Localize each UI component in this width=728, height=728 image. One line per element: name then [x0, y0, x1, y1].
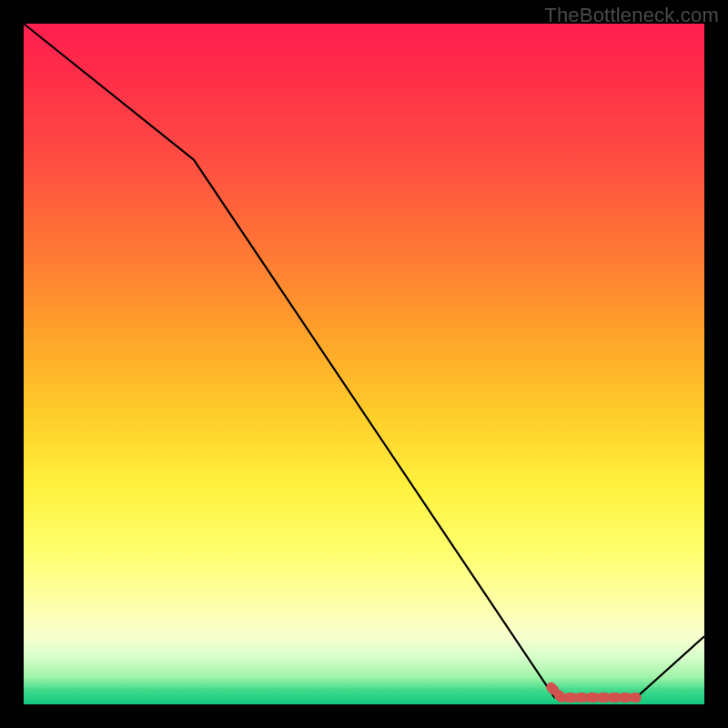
chart-frame: TheBottleneck.com	[0, 0, 728, 728]
watermark-text: TheBottleneck.com	[544, 4, 719, 27]
plot-area	[24, 24, 704, 704]
